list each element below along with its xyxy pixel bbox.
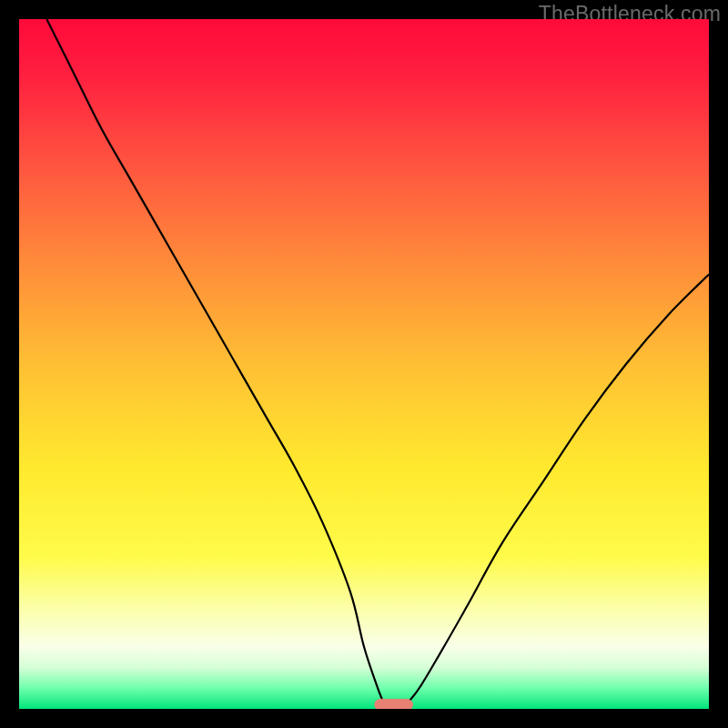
gradient-background	[19, 19, 709, 709]
optimal-marker	[375, 699, 413, 709]
plot-area	[19, 19, 709, 709]
chart-svg	[19, 19, 709, 709]
chart-frame: TheBottleneck.com	[0, 0, 728, 728]
